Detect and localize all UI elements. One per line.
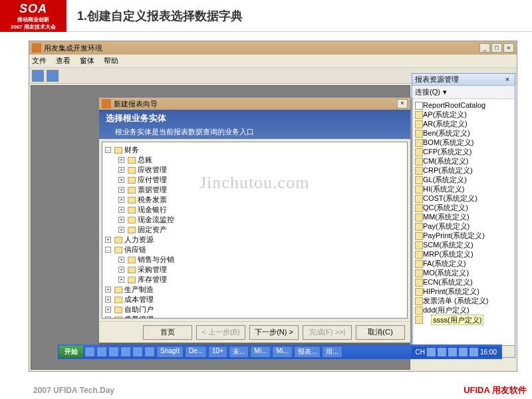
expand-icon[interactable]: + — [105, 237, 111, 243]
entity-tree-node[interactable]: +票据管理 — [105, 185, 404, 195]
wizard-close-button[interactable]: × — [397, 99, 408, 108]
taskbar-task[interactable]: SnagIt — [156, 346, 184, 358]
entity-tree-node[interactable]: -财务 — [105, 145, 404, 155]
tray-icon[interactable] — [427, 348, 436, 356]
clock[interactable]: 16:00 — [480, 348, 497, 356]
entity-tree-node[interactable]: +成本管理 — [105, 295, 404, 305]
tree-item[interactable]: QC(系统定义) — [414, 203, 513, 212]
entity-tree-node[interactable]: +固定资产 — [105, 225, 404, 235]
taskbar-task[interactable]: De... — [185, 346, 207, 358]
tree-item[interactable]: AP(系统定义) — [414, 110, 513, 119]
expand-icon[interactable]: + — [105, 307, 111, 313]
tree-item[interactable]: GL(系统定义) — [414, 175, 513, 184]
collapse-icon[interactable]: - — [105, 147, 111, 153]
prev-button[interactable]: < 上一步(B) — [196, 325, 245, 340]
tree-item[interactable]: BOM(系统定义) — [414, 138, 513, 147]
expand-icon[interactable]: + — [118, 177, 124, 183]
entity-tree-node[interactable]: +质量管理 — [105, 315, 404, 319]
expand-icon[interactable]: + — [105, 317, 111, 319]
taskbar-task[interactable]: 报表... — [294, 346, 321, 358]
entity-tree-node[interactable]: +应收管理 — [105, 165, 404, 175]
maximize-button[interactable]: □ — [491, 43, 502, 53]
expand-icon[interactable]: + — [118, 157, 124, 163]
menu-help[interactable]: 帮助 — [104, 56, 118, 66]
taskbar-task[interactable]: Mi... — [250, 346, 271, 358]
entity-tree-node[interactable]: +现金银行 — [105, 205, 404, 215]
entity-tree-node[interactable]: +税务发票 — [105, 195, 404, 205]
tree-item[interactable]: MO(系统定义) — [414, 268, 513, 277]
start-button[interactable]: 开始 — [59, 346, 83, 358]
entity-tree-node[interactable]: +自助门户 — [105, 305, 404, 315]
expand-icon[interactable]: + — [118, 267, 124, 273]
quicklaunch-icon[interactable] — [108, 346, 119, 357]
minimize-button[interactable]: _ — [479, 43, 490, 53]
finish-button[interactable]: 完成(F) >>| — [303, 325, 352, 340]
tree-item[interactable]: 发票清单 (系统定义) — [414, 296, 513, 305]
tray-icon[interactable] — [469, 348, 478, 356]
entity-tree-node[interactable]: +生产制造 — [105, 285, 404, 295]
menu-window[interactable]: 窗体 — [80, 56, 94, 66]
menu-view[interactable]: 查看 — [56, 56, 70, 66]
entity-tree-node[interactable]: +采购管理 — [105, 265, 404, 275]
tree-selected-item[interactable]: ssss(用户定义) — [414, 315, 513, 325]
tree-item[interactable]: CFP(系统定义) — [414, 147, 513, 156]
tree-item[interactable]: CRP(系统定义) — [414, 166, 513, 175]
menu-file[interactable]: 文件 — [32, 56, 47, 66]
entity-tree-node[interactable]: +现金流监控 — [105, 215, 404, 225]
entity-tree-node[interactable]: -供应链 — [105, 245, 404, 255]
tree-item[interactable]: AR(系统定义) — [414, 119, 513, 128]
tree-item[interactable]: Ben(系统定义) — [414, 128, 513, 138]
toolbar-new-icon[interactable] — [32, 70, 44, 82]
entity-tree-node[interactable]: +总账 — [105, 155, 404, 165]
collapse-icon[interactable]: - — [105, 247, 111, 253]
expand-icon[interactable]: + — [118, 257, 124, 263]
tray-icon[interactable] — [459, 348, 467, 356]
quicklaunch-icon[interactable] — [132, 346, 143, 357]
entity-tree[interactable]: -财务+总账+应收管理+应付管理+票据管理+税务发票+现金银行+现金流监控+固定… — [102, 142, 408, 319]
expand-icon[interactable]: + — [118, 227, 124, 233]
expand-icon[interactable]: + — [118, 197, 124, 203]
quicklaunch-icon[interactable] — [96, 346, 107, 357]
home-button[interactable]: 首页 — [143, 325, 192, 340]
language-indicator[interactable]: CH — [416, 348, 425, 356]
tree-item[interactable]: HI(系统定义) — [414, 184, 513, 194]
connection-chevron-icon[interactable]: ▾ — [443, 88, 447, 96]
quicklaunch-icon[interactable] — [84, 346, 95, 357]
tree-item[interactable]: MRP(系统定义) — [414, 249, 513, 259]
entity-tree-node[interactable]: +库存管理 — [105, 275, 404, 285]
expand-icon[interactable]: + — [105, 297, 111, 303]
expand-icon[interactable]: + — [118, 187, 124, 193]
tree-root[interactable]: ReportRootCatalog — [414, 100, 513, 110]
tray-icon[interactable] — [448, 348, 457, 356]
tree-item[interactable]: MM(系统定义) — [414, 212, 513, 221]
taskbar-task[interactable]: Mi... — [272, 346, 293, 358]
quicklaunch-icon[interactable] — [120, 346, 131, 357]
panel-close-icon[interactable]: × — [503, 75, 512, 84]
taskbar-task[interactable]: 10+ — [208, 346, 227, 358]
expand-icon[interactable]: + — [118, 217, 124, 223]
taskbar-task[interactable]: 用... — [322, 346, 342, 358]
resource-tree[interactable]: ReportRootCatalog AP(系统定义)AR(系统定义)Ben(系统… — [412, 99, 515, 327]
tree-item[interactable]: ddd(用户定义) — [414, 305, 513, 315]
entity-tree-node[interactable]: +人力资源 — [105, 235, 404, 245]
app-titlebar[interactable]: 用友集成开发环境 _ □ × — [29, 41, 517, 55]
tree-item[interactable]: FA(系统定义) — [414, 259, 513, 268]
tree-item[interactable]: SCM(系统定义) — [414, 240, 513, 249]
tree-item[interactable]: COST(系统定义) — [414, 194, 513, 203]
entity-tree-node[interactable]: +应付管理 — [105, 175, 404, 185]
close-button[interactable]: × — [503, 43, 514, 53]
taskbar-task[interactable]: 未... — [229, 346, 249, 358]
tree-item[interactable]: ECN(系统定义) — [414, 277, 513, 287]
expand-icon[interactable]: + — [118, 167, 124, 173]
entity-tree-node[interactable]: +销售与分销 — [105, 255, 404, 265]
cancel-button[interactable]: 取消(C) — [356, 325, 405, 340]
tree-item[interactable]: CM(系统定义) — [414, 156, 513, 166]
wizard-titlebar[interactable]: 新建报表向导 × — [99, 98, 410, 110]
expand-icon[interactable]: + — [118, 207, 124, 213]
quicklaunch-icon[interactable] — [144, 346, 155, 357]
tree-item[interactable]: Pay(系统定义) — [414, 221, 513, 231]
tree-item[interactable]: PayPrint(系统定义) — [414, 231, 513, 240]
expand-icon[interactable]: + — [118, 277, 124, 283]
tree-item[interactable]: HIPrint(系统定义) — [414, 287, 513, 296]
tray-icon[interactable] — [438, 348, 446, 356]
